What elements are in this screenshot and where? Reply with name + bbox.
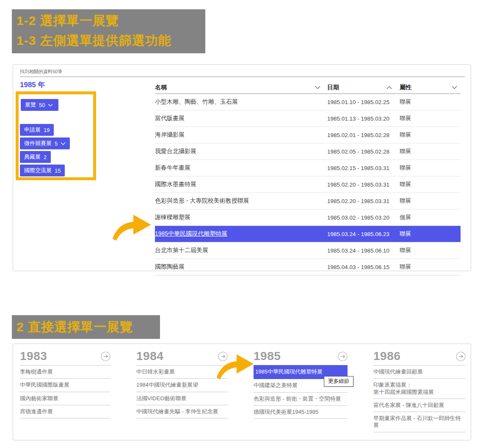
table-header-row: 名稱 日期 屬性 bbox=[155, 82, 461, 94]
exhibition-date: 1985.02.05 - 1985.02.28 bbox=[327, 148, 389, 155]
exhibition-type: 聯展 bbox=[400, 131, 411, 139]
annotation-arrow-icon bbox=[215, 349, 257, 381]
year-arrow-button[interactable] bbox=[338, 352, 348, 361]
timeline-column-1986: 1986 中國現代繪畫回顧展 印象派素描展： 第十四屆米羅國際素描展 當代名家展… bbox=[373, 344, 466, 440]
sort-ascending-icon bbox=[386, 86, 392, 89]
exhibition-name: 國際陶藝展 bbox=[155, 263, 185, 271]
exhibition-date: 1985.03.24 - 1985.06.23 bbox=[327, 231, 389, 237]
exhibition-name: 國際水墨畫特展 bbox=[155, 181, 196, 188]
circled-arrow-icon bbox=[101, 352, 110, 361]
column-header-date[interactable]: 日期 bbox=[327, 84, 400, 91]
exhibition-name: 新春牛年畫展 bbox=[155, 164, 190, 172]
year-label: 1983 bbox=[20, 349, 47, 363]
filter-button-international-exchange[interactable]: 國際交流展15 bbox=[20, 165, 65, 176]
exhibition-name: 色彩與造形 - 大專院校美術教授聯展 bbox=[155, 197, 249, 205]
year-label: 1984 bbox=[136, 349, 163, 363]
table-row[interactable]: 國際陶藝展 1985.04.03 - 1985.06.15 聯展 bbox=[155, 259, 461, 275]
timeline-column-1984: 1984 中日韓水彩畫展 1984中國現代繪畫新展望 法國VIDEO藝術聯展 中… bbox=[136, 344, 228, 440]
sort-descending-icon bbox=[315, 86, 320, 89]
filter-count: 2 bbox=[44, 154, 47, 160]
column-label: 屬性 bbox=[400, 84, 411, 91]
annotation-line-1: 1-2 選擇單一展覽 bbox=[17, 11, 205, 30]
filter-count: 15 bbox=[55, 168, 61, 174]
filter-label: 徵件競賽展 bbox=[24, 140, 52, 147]
table-row[interactable]: 國際水墨畫特展 1985.02.20 - 1985.03.31 聯展 bbox=[155, 176, 461, 193]
exhibition-name: 當代版畫展 bbox=[155, 115, 185, 122]
filter-count: 50 bbox=[39, 102, 45, 108]
table-row[interactable]: 我愛台北攝影展 1985.02.05 - 1985.02.28 聯展 bbox=[155, 143, 461, 160]
exhibition-date: 1985.03.24 - 1985.06.10 bbox=[327, 247, 389, 254]
annotation-line: 2 直接選擇單一展覽 bbox=[17, 315, 160, 339]
annotation-arrow-icon bbox=[111, 209, 155, 242]
timeline-column-1985: 1985 1985中華民國現代雕塑特展 中國建築之美特展 色彩與造形 - 前衛・… bbox=[254, 344, 348, 440]
table-row[interactable]: 色彩與造形 - 大專院校美術教授聯展 1985.02.20 - 1985.03.… bbox=[155, 193, 461, 209]
year-arrow-button[interactable] bbox=[101, 352, 110, 361]
column-header-type[interactable]: 屬性 bbox=[400, 84, 461, 91]
timeline-exhibition-item[interactable]: 中華民國國際版畫展 bbox=[20, 379, 110, 392]
exhibition-name-link[interactable]: 1985中華民國現代雕塑特展 bbox=[155, 230, 227, 238]
timeline-exhibition-item[interactable]: 席德進遺作展 bbox=[20, 405, 110, 418]
timeline-exhibition-item[interactable]: 中國現代繪畫先驅 - 李仲生紀念展 bbox=[136, 405, 228, 418]
table-row[interactable]: 台北市第十二屆美展 1985.03.24 - 1985.06.10 聯展 bbox=[155, 242, 461, 259]
exhibition-type: 聯展 bbox=[400, 247, 411, 254]
exhibition-table: 名稱 日期 屬性 小型木雕、陶藝、竹雕、玉石展 1985.01.10 - 198… bbox=[155, 82, 461, 275]
exhibition-name: 謝棟樑雕塑展 bbox=[155, 214, 190, 221]
exhibition-name: 小型木雕、陶藝、竹雕、玉石展 bbox=[155, 98, 238, 106]
timeline-exhibition-item[interactable]: 中國現代繪畫回顧展 bbox=[373, 366, 466, 379]
results-count-text: 找到相關的資料50筆 bbox=[20, 69, 62, 75]
exhibition-type: 聯展 bbox=[400, 230, 411, 238]
exhibition-date: 1985.02.01 - 1985.02.28 bbox=[327, 132, 389, 138]
filter-button-collection-exhibition[interactable]: 典藏展2 bbox=[20, 151, 51, 163]
timeline-exhibition-item[interactable]: 當代名家展 - 陳進八十回顧展 bbox=[373, 399, 466, 412]
column-header-name[interactable]: 名稱 bbox=[155, 84, 327, 91]
timeline-exhibition-item[interactable]: 印象派素描展： 第十四屆米羅國際素描展 bbox=[373, 379, 466, 399]
table-row[interactable]: 海岸攝影展 1985.02.01 - 1985.02.28 聯展 bbox=[155, 127, 461, 143]
exhibition-type: 聯展 bbox=[400, 115, 411, 122]
exhibition-type: 個展 bbox=[400, 214, 411, 221]
exhibition-type: 聯展 bbox=[400, 181, 411, 188]
timeline-exhibition-item[interactable]: 色彩與造形 - 前衛・裝置・空間特展 bbox=[254, 393, 348, 406]
exhibition-name: 海岸攝影展 bbox=[155, 131, 185, 139]
annotation-step-header-2: 2 直接選擇單一展覽 bbox=[12, 315, 160, 339]
more-details-tooltip: 更多細節 bbox=[324, 376, 353, 387]
exhibition-type: 聯展 bbox=[400, 148, 411, 155]
search-results-panel: 找到相關的資料50筆 1985 年 展覽50 申請展19 徵件競賽展5 典藏展2… bbox=[13, 64, 471, 271]
timeline-exhibition-item[interactable]: 德國現代美術展1945-1985 bbox=[254, 406, 348, 419]
filter-label: 展覽 bbox=[25, 101, 36, 109]
annotation-step-header-1: 1-2 選擇單一展覽 1-3 左側選單提供篩選功能 bbox=[12, 9, 205, 53]
chevron-down-icon bbox=[48, 104, 53, 107]
exhibition-name: 我愛台北攝影展 bbox=[155, 148, 196, 155]
timeline-exhibition-item[interactable]: 1984中國現代繪畫新展望 bbox=[136, 379, 228, 392]
filter-label: 典藏展 bbox=[24, 153, 41, 161]
table-row[interactable]: 當代版畫展 1985.01.13 - 1985.03.20 聯展 bbox=[155, 110, 461, 127]
annotation-line-2: 1-3 左側選單提供篩選功能 bbox=[17, 30, 205, 50]
exhibition-date: 1985.02.20 - 1985.03.31 bbox=[327, 198, 389, 204]
timeline-exhibition-item[interactable]: 中日韓水彩畫展 bbox=[136, 366, 228, 379]
column-label: 日期 bbox=[327, 84, 339, 91]
timeline-exhibition-item[interactable]: 李梅樹遺作展 bbox=[20, 366, 110, 379]
table-row[interactable]: 小型木雕、陶藝、竹雕、玉石展 1985.01.10 - 1985.02.25 聯… bbox=[155, 94, 461, 110]
results-divider bbox=[20, 77, 465, 77]
exhibition-date: 1985.01.10 - 1985.02.25 bbox=[327, 99, 389, 105]
table-row[interactable]: 新春牛年畫展 1985.02.15 - 1985.03.31 聯展 bbox=[155, 160, 461, 176]
filter-button-open-competition[interactable]: 徵件競賽展5 bbox=[20, 137, 70, 149]
filter-label: 申請展 bbox=[24, 126, 41, 134]
timeline-exhibition-item[interactable]: 法國VIDEO藝術聯展 bbox=[136, 392, 228, 405]
exhibition-type: 聯展 bbox=[400, 263, 411, 271]
circled-arrow-icon bbox=[338, 352, 348, 361]
filter-label: 國際交流展 bbox=[24, 167, 52, 174]
year-arrow-button[interactable] bbox=[456, 352, 466, 361]
exhibition-date: 1985.01.13 - 1985.03.20 bbox=[327, 115, 389, 122]
filter-button-applied-exhibition[interactable]: 申請展19 bbox=[20, 124, 54, 136]
sort-descending-icon bbox=[452, 86, 457, 89]
exhibition-date: 1985.04.03 - 1985.06.15 bbox=[327, 264, 389, 270]
exhibition-type: 聯展 bbox=[400, 164, 411, 172]
exhibition-type: 聯展 bbox=[400, 197, 411, 205]
table-row-selected[interactable]: 1985中華民國現代雕塑特展 1985.03.24 - 1985.06.23 聯… bbox=[155, 226, 461, 242]
filter-count: 19 bbox=[44, 127, 50, 133]
filter-button-exhibitions[interactable]: 展覽50 bbox=[21, 99, 58, 111]
table-row[interactable]: 謝棟樑雕塑展 1985.03.02 - 1985.03.20 個展 bbox=[155, 209, 461, 226]
timeline-exhibition-item[interactable]: 早期畫家作品展 - 石川欽一郎師生特展 bbox=[373, 412, 466, 432]
timeline-exhibition-item[interactable]: 國內藝術家聯展 bbox=[20, 392, 110, 405]
exhibition-name: 台北市第十二屆美展 bbox=[155, 247, 208, 254]
